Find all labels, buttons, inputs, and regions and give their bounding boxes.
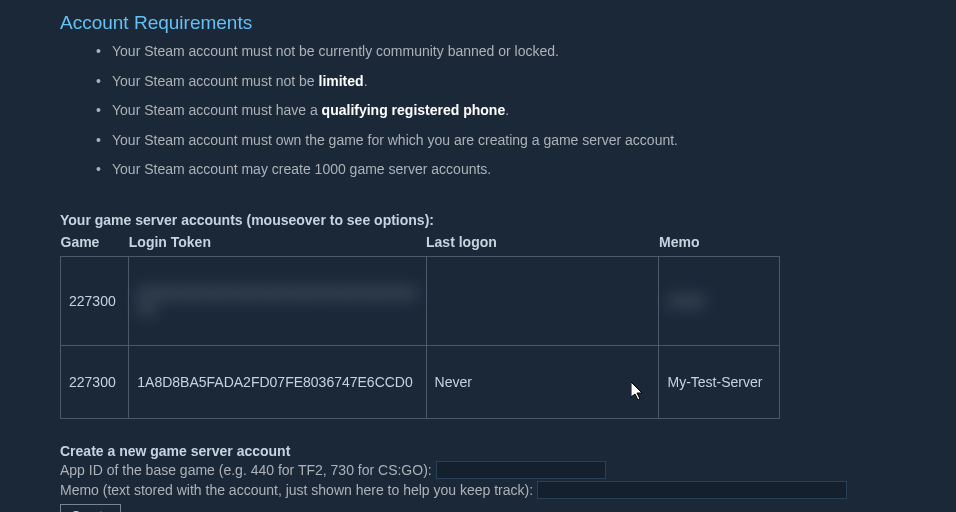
- cell-logon: [426, 256, 659, 345]
- requirements-list: Your Steam account must not be currently…: [60, 42, 896, 180]
- create-account-title: Create a new game server account: [60, 443, 896, 459]
- server-accounts-caption: Your game server accounts (mouseover to …: [60, 212, 896, 228]
- appid-label: App ID of the base game (e.g. 440 for TF…: [60, 462, 432, 478]
- requirement-item: Your Steam account must not be limited.: [110, 72, 896, 92]
- requirement-text: Your Steam account must not be: [112, 73, 319, 89]
- header-token: Login Token: [129, 232, 426, 257]
- cell-logon: Never: [426, 345, 659, 418]
- cell-game: 227300: [61, 256, 129, 345]
- memo-input[interactable]: [537, 481, 847, 499]
- requirement-item: Your Steam account must own the game for…: [110, 131, 896, 151]
- table-row[interactable]: 227300 1A8D8BA5FADA2FD07FE8036747E6CCD0 …: [61, 345, 780, 418]
- memo-label: Memo (text stored with the account, just…: [60, 482, 533, 498]
- cell-memo: My-Test-Server: [659, 345, 780, 418]
- account-requirements-title: Account Requirements: [60, 12, 896, 34]
- requirement-item: Your Steam account may create 1000 game …: [110, 160, 896, 180]
- create-account-section: Create a new game server account App ID …: [60, 443, 896, 512]
- cell-game: 227300: [61, 345, 129, 418]
- phone-link[interactable]: qualifying registered phone: [322, 102, 506, 118]
- requirement-text: .: [364, 73, 368, 89]
- server-accounts-table: Game Login Token Last logon Memo 227300 …: [60, 232, 780, 419]
- requirement-item: Your Steam account must have a qualifyin…: [110, 101, 896, 121]
- requirement-text: Your Steam account must have a: [112, 102, 322, 118]
- header-game: Game: [61, 232, 129, 257]
- create-button[interactable]: Create: [60, 504, 121, 512]
- header-logon: Last logon: [426, 232, 659, 257]
- cell-token: 1A8D8BA5FADA2FD07FE8036747E6CCD0: [129, 345, 426, 418]
- cell-token: XXXXXXXXXXXXXXXXXXXXXXXXXXXXXXXX: [129, 256, 426, 345]
- cell-memo: XXXX: [659, 256, 780, 345]
- requirement-text: .: [505, 102, 509, 118]
- table-row[interactable]: 227300 XXXXXXXXXXXXXXXXXXXXXXXXXXXXXXXX …: [61, 256, 780, 345]
- limited-link[interactable]: limited: [319, 73, 364, 89]
- appid-input[interactable]: [436, 461, 606, 479]
- header-memo: Memo: [659, 232, 780, 257]
- requirement-item: Your Steam account must not be currently…: [110, 42, 896, 62]
